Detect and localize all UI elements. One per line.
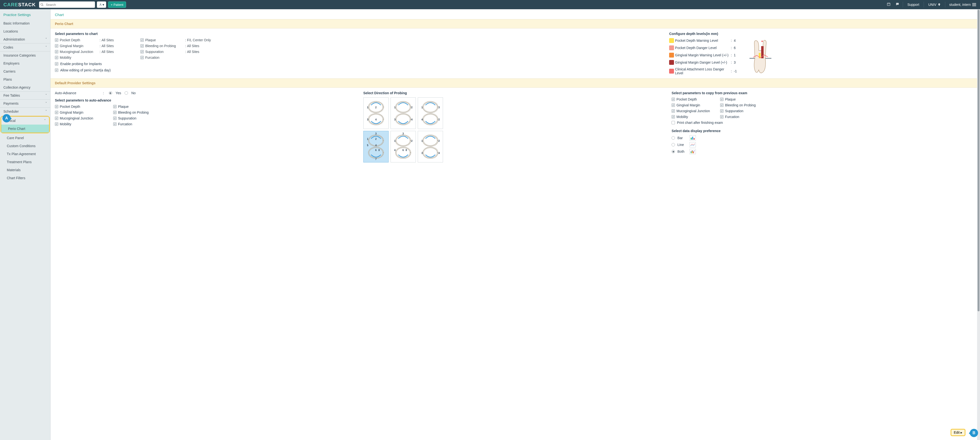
sidebar-item-codes[interactable]: Codes˅: [0, 43, 50, 51]
radio-both[interactable]: [671, 150, 675, 153]
section-perio-chart: Perio Chart: [51, 19, 977, 29]
radio-auto-yes[interactable]: [109, 91, 112, 95]
sidebar-item-custom-conditions[interactable]: Custom Conditions: [0, 142, 50, 150]
auto-advance-label: Auto-Advance: [55, 91, 76, 95]
sidebar-item-perio-chart[interactable]: Perio Chart: [1, 125, 49, 133]
chevron-down-icon: ▾: [102, 3, 104, 6]
checkbox-copy[interactable]: ✓: [671, 109, 675, 113]
probe-option-5[interactable]: 312468: [391, 131, 416, 162]
sidebar-item-basic-information[interactable]: Basic Information: [0, 19, 50, 27]
checkbox-auto[interactable]: ✓: [113, 111, 116, 114]
depth-value: 4: [734, 39, 741, 43]
svg-rect-55: [692, 137, 693, 140]
checkbox-auto[interactable]: ✓: [55, 105, 58, 108]
checkbox-param[interactable]: ✓: [140, 44, 144, 48]
checkbox-param[interactable]: ✓: [140, 38, 144, 42]
checkbox-print-after[interactable]: [671, 121, 675, 124]
color-swatch: [669, 60, 674, 65]
checkbox-copy[interactable]: ✓: [671, 98, 675, 101]
checkbox-auto[interactable]: ✓: [55, 122, 58, 126]
svg-text:4: 4: [394, 149, 396, 151]
checkbox-auto[interactable]: ✓: [55, 111, 58, 114]
color-swatch: [669, 53, 674, 57]
logo[interactable]: CARESTACK: [2, 2, 37, 8]
svg-point-2: [100, 4, 101, 5]
checkbox-copy[interactable]: ✓: [671, 103, 675, 107]
svg-text:3: 3: [402, 132, 404, 135]
radio-line[interactable]: [671, 143, 675, 146]
checkbox-param[interactable]: ✓: [140, 50, 144, 53]
user-dropdown[interactable]: ▾: [97, 2, 106, 8]
edit-button[interactable]: Edit ▸: [951, 429, 966, 436]
search-input[interactable]: [45, 2, 95, 7]
radio-bar[interactable]: [671, 136, 675, 140]
svg-text:3: 3: [375, 132, 377, 135]
checkbox-copy[interactable]: ✓: [720, 115, 724, 119]
svg-text:2: 2: [438, 118, 440, 121]
checkbox-param[interactable]: ✓: [55, 56, 58, 59]
sidebar-item-tx-plan-agreement[interactable]: Tx Plan Agreement: [0, 150, 50, 158]
location-selector[interactable]: UNIV: [926, 3, 943, 6]
param-value: All Sites: [102, 44, 130, 48]
pref-heading: Select data display preference: [671, 129, 973, 133]
calendar-icon[interactable]: [885, 2, 892, 7]
sidebar-item-locations[interactable]: Locations: [0, 27, 50, 35]
radio-auto-no[interactable]: [125, 91, 128, 95]
checkbox-param[interactable]: ✓: [140, 56, 144, 59]
sidebar-item-collection-agency[interactable]: Collection Agency: [0, 83, 50, 91]
callout-highlight-b: Edit ▸: [951, 429, 966, 436]
checkbox-allow-editing[interactable]: ✓: [55, 68, 58, 72]
checkbox-enable-probing[interactable]: ✓: [55, 62, 58, 65]
param-label: Furcation: [145, 56, 184, 59]
param-value: All Sites: [102, 50, 130, 54]
param-label: Pocket Depth: [60, 38, 99, 42]
chevron-down-icon: ˅: [45, 102, 47, 105]
checkbox-param[interactable]: ✓: [55, 50, 58, 53]
sidebar-item-treatment-plans[interactable]: Treatment Plans: [0, 158, 50, 166]
bar-icon: [689, 135, 696, 141]
sidebar-item-chart-filters[interactable]: Chart Filters: [0, 174, 50, 182]
sidebar-item-materials[interactable]: Materials: [0, 166, 50, 174]
checkbox-param[interactable]: ✓: [55, 44, 58, 48]
auto-advance-heading: Select parameters to auto-advance: [55, 98, 356, 102]
sidebar-item-plans[interactable]: Plans: [0, 75, 50, 83]
probe-direction-grid: 1234 1234 1342 31254687 312468 1234: [363, 97, 665, 162]
add-patient-button[interactable]: + Patient: [108, 2, 126, 8]
probe-option-2[interactable]: 1234: [391, 97, 416, 129]
depth-value: 3: [734, 60, 741, 64]
svg-text:2: 2: [411, 106, 413, 109]
svg-point-48: [423, 135, 438, 146]
sidebar-item-carriers[interactable]: Carriers: [0, 67, 50, 75]
params-heading: Select parameters to chart: [55, 32, 662, 36]
checkbox-param[interactable]: ✓: [55, 38, 58, 42]
probe-option-3[interactable]: 1342: [418, 97, 443, 129]
sidebar-item-fee-tables[interactable]: Fee Tables˅: [0, 91, 50, 99]
user-menu[interactable]: student, intern: [947, 3, 978, 6]
probe-option-6[interactable]: 1234: [418, 131, 443, 162]
copy-label: Bleeding on Probing: [725, 103, 769, 107]
probe-option-4[interactable]: 31254687: [363, 131, 388, 162]
checkbox-auto[interactable]: ✓: [55, 116, 58, 120]
svg-point-49: [423, 148, 438, 158]
support-link[interactable]: Support: [905, 3, 922, 6]
checkbox-auto[interactable]: ✓: [113, 105, 116, 108]
sidebar-item-payments[interactable]: Payments˅: [0, 99, 50, 107]
probe-option-1[interactable]: 1234: [363, 97, 388, 129]
sidebar-item-administration[interactable]: Administration˅: [0, 35, 50, 43]
sidebar-item-employers[interactable]: Employers: [0, 59, 50, 67]
checkbox-auto[interactable]: ✓: [113, 122, 116, 126]
checkbox-auto[interactable]: ✓: [113, 116, 116, 120]
svg-text:3: 3: [394, 118, 396, 121]
checkbox-copy[interactable]: ✓: [671, 115, 675, 119]
checkbox-copy[interactable]: ✓: [720, 98, 724, 101]
sidebar-item-insurance-categories[interactable]: Insurance Categories: [0, 51, 50, 59]
messages-icon[interactable]: [894, 2, 901, 7]
svg-rect-58: [692, 151, 693, 153]
checkbox-copy[interactable]: ✓: [720, 103, 724, 107]
auto-label: Mobility: [60, 122, 108, 126]
param-label: Gingival Margin: [60, 44, 99, 48]
param-value: All Sites: [187, 44, 216, 48]
checkbox-copy[interactable]: ✓: [720, 109, 724, 113]
sidebar-item-care-panel[interactable]: Care Panel: [0, 134, 50, 142]
scrollbar[interactable]: [977, 9, 980, 440]
